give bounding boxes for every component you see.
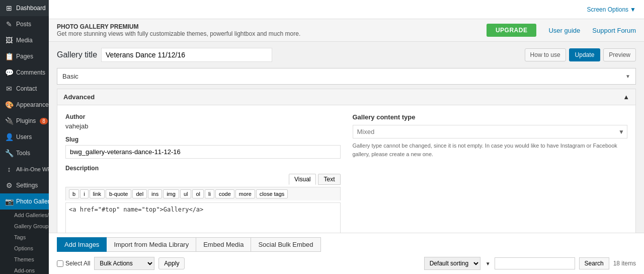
sidebar-item-tools[interactable]: 🔧 Tools (0, 145, 49, 161)
advanced-label: Advanced (63, 93, 95, 101)
sub-item-label: Themes (14, 256, 34, 262)
sidebar-sub-gallery-groups[interactable]: Gallery Groups (10, 221, 49, 232)
update-button[interactable]: Update (569, 48, 601, 61)
banner-description: Get more stunning views with fully custo… (57, 30, 300, 37)
advanced-section: Advanced ▲ Author vahejab Slug Descripti… (57, 89, 636, 233)
sidebar-item-dashboard[interactable]: ⊞ Dashboard (0, 0, 49, 16)
editor-btn-li[interactable]: li (205, 189, 214, 198)
editor-btn-i[interactable]: i (80, 189, 88, 198)
comments-icon: 💬 (5, 68, 13, 77)
tab-import-media-library[interactable]: Import from Media Library (107, 237, 196, 252)
sidebar-item-appearance[interactable]: 🎨 Appearance (0, 97, 49, 113)
page-content: Gallery title How to use Update Preview … (49, 42, 644, 233)
search-button[interactable]: Search (579, 257, 609, 269)
editor-toolbar: b i link b-quote del ins img ul ol li co… (65, 187, 341, 200)
users-icon: 👤 (5, 133, 13, 141)
tab-embed-media[interactable]: Embed Media (196, 237, 251, 252)
bulk-actions-select[interactable]: Bulk Actions (94, 257, 154, 270)
sidebar-item-plugins[interactable]: 🔌 Plugins 8 (0, 113, 49, 129)
screen-options-button[interactable]: Screen Options ▼ (587, 6, 636, 13)
sub-item-label: Tags (14, 234, 26, 240)
bottom-actions: Add Images Import from Media Library Emb… (49, 233, 644, 274)
sidebar: ⊞ Dashboard ✎ Posts 🖼 Media 📋 Pages 💬 Co… (0, 0, 49, 274)
sub-item-label: Gallery Groups (14, 223, 49, 229)
basic-dropdown-label: Basic (62, 73, 78, 80)
gallery-type-arrow-icon: ▼ (618, 128, 624, 135)
sub-item-label: Add-ons (14, 267, 35, 273)
sidebar-sub-tags[interactable]: Tags (10, 232, 49, 243)
sort-arrow-icon: ▼ (486, 261, 491, 266)
editor-tab-text[interactable]: Text (318, 174, 340, 185)
bulk-row: Select All Bulk Actions Apply Default so… (57, 257, 636, 270)
screen-options-arrow-icon: ▼ (630, 6, 636, 13)
sidebar-item-users[interactable]: 👤 Users (0, 129, 49, 145)
premium-banner: PHOTO GALLERY PREMIUM Get more stunning … (49, 19, 644, 42)
sidebar-item-settings[interactable]: ⚙ Settings (0, 177, 49, 193)
basic-dropdown[interactable]: Basic ▼ (57, 68, 636, 85)
gallery-type-input-wrap: ▼ (353, 125, 628, 139)
gallery-title-actions: How to use Update Preview (525, 48, 636, 61)
support-forum-button[interactable]: Support Forum (592, 27, 636, 34)
gallery-title-label: Gallery title (57, 50, 97, 59)
slug-input[interactable] (65, 145, 341, 159)
sidebar-item-comments[interactable]: 💬 Comments (0, 64, 49, 81)
editor-btn-close-tags[interactable]: close tags (256, 189, 288, 198)
editor-tab-visual[interactable]: Visual (289, 174, 316, 185)
preview-button[interactable]: Preview (603, 48, 636, 61)
gallery-title-input[interactable] (101, 48, 272, 62)
editor-btn-code[interactable]: code (215, 189, 234, 198)
sidebar-item-pages[interactable]: 📋 Pages (0, 48, 49, 64)
sidebar-item-label: Posts (16, 21, 31, 28)
sidebar-item-photo-gallery[interactable]: 📷 Photo Gallery (0, 193, 49, 210)
sidebar-item-posts[interactable]: ✎ Posts (0, 16, 49, 32)
tab-social-bulk-embed[interactable]: Social Bulk Embed (251, 237, 320, 252)
user-guide-button[interactable]: User guide (548, 27, 580, 34)
dropdown-arrow-icon: ▼ (625, 74, 630, 79)
editor-btn-img[interactable]: img (163, 189, 179, 198)
select-all-label[interactable]: Select All (57, 260, 90, 267)
gallery-type-input[interactable] (353, 125, 628, 139)
editor-btn-link[interactable]: link (90, 189, 105, 198)
sidebar-item-all-in-one[interactable]: ↕ All-in-One WP Migration (0, 161, 49, 177)
banner-actions: UPGRADE User guide Support Forum (487, 24, 636, 37)
how-to-use-button[interactable]: How to use (525, 48, 566, 61)
pages-icon: 📋 (5, 52, 13, 60)
sidebar-sub-themes[interactable]: Themes (10, 254, 49, 265)
editor-btn-ins[interactable]: ins (148, 189, 162, 198)
sidebar-item-label: Contact (16, 85, 37, 92)
editor-btn-more[interactable]: more (235, 189, 255, 198)
sidebar-item-label: Plugins (16, 117, 36, 124)
advanced-header[interactable]: Advanced ▲ (57, 89, 635, 105)
media-icon: 🖼 (5, 36, 13, 44)
sidebar-item-label: Dashboard (16, 5, 46, 12)
description-label: Description (65, 165, 341, 172)
upgrade-button[interactable]: UPGRADE (487, 24, 537, 37)
select-all-text: Select All (65, 260, 90, 267)
author-label: Author (65, 113, 341, 120)
main-content: Screen Options ▼ PHOTO GALLERY PREMIUM G… (49, 0, 644, 274)
sidebar-sub-options[interactable]: Options (10, 243, 49, 254)
sidebar-sub-addons[interactable]: Add-ons (10, 265, 49, 274)
sidebar-item-media[interactable]: 🖼 Media (0, 32, 49, 48)
search-input[interactable] (495, 257, 575, 269)
apply-button[interactable]: Apply (158, 257, 185, 269)
sidebar-item-label: Photo Gallery (16, 198, 49, 205)
sidebar-item-label: Users (16, 133, 32, 141)
tab-add-images[interactable]: Add Images (57, 237, 107, 252)
sidebar-sub-add-galleries[interactable]: Add Galleries/Images (10, 210, 49, 221)
sidebar-item-label: Settings (16, 182, 38, 189)
sidebar-item-contact[interactable]: ✉ Contact (0, 81, 49, 97)
select-all-checkbox[interactable] (57, 260, 63, 267)
sort-select[interactable]: Default sorting (424, 257, 480, 270)
description-editor[interactable]: <a href="#top" name="top">Gallery</a> (65, 202, 341, 233)
sidebar-item-label: Tools (16, 150, 30, 157)
settings-icon: ⚙ (5, 181, 13, 189)
banner-title: PHOTO GALLERY PREMIUM (57, 23, 300, 30)
editor-btn-ul[interactable]: ul (180, 189, 192, 198)
items-count: 18 items (613, 260, 636, 267)
editor-btn-b-quote[interactable]: b-quote (106, 189, 131, 198)
editor-btn-ol[interactable]: ol (192, 189, 204, 198)
image-tabs: Add Images Import from Media Library Emb… (57, 237, 636, 252)
editor-btn-del[interactable]: del (132, 189, 147, 198)
editor-btn-b[interactable]: b (69, 189, 79, 198)
